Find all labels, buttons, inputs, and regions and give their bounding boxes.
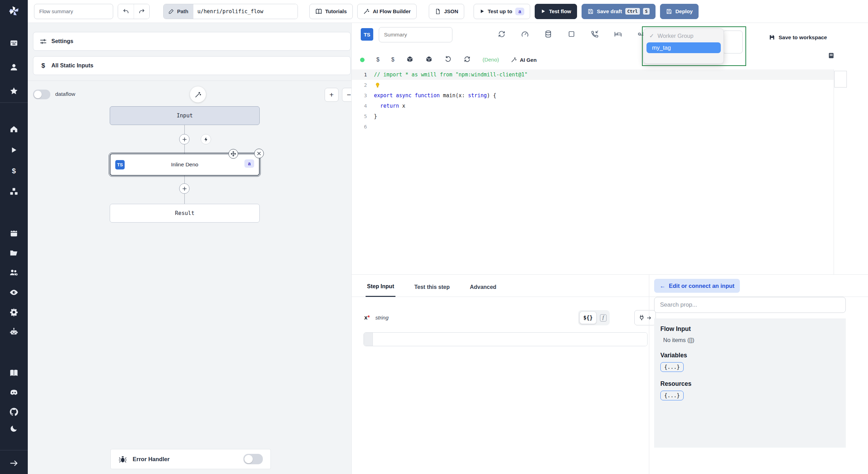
error-handler-toggle[interactable] — [243, 454, 263, 464]
flow-input-empty: No items ([]) — [660, 337, 840, 343]
variables-dollar-icon[interactable]: $ — [0, 165, 28, 177]
ai-graph-wand-button[interactable] — [190, 86, 206, 102]
user-icon[interactable] — [0, 61, 28, 74]
ai-assistant-robot-icon[interactable] — [0, 325, 28, 338]
flow-summary-input[interactable] — [34, 4, 113, 19]
early-stop-square-icon[interactable] — [567, 30, 576, 39]
apps-icon[interactable] — [0, 37, 28, 49]
ai-flow-builder-button[interactable]: AI Flow Builder — [357, 4, 417, 19]
json-button[interactable]: JSON — [429, 4, 464, 19]
resource-cube-icon[interactable] — [406, 55, 414, 64]
suspend-phone-icon[interactable] — [591, 30, 599, 39]
path-label: Path — [177, 8, 189, 14]
star-icon[interactable] — [0, 85, 28, 97]
discord-icon[interactable] — [0, 386, 28, 399]
audit-eye-icon[interactable] — [0, 286, 28, 299]
svg-text:$: $ — [12, 167, 16, 175]
input-mode-toggle-group: ${} f — [578, 310, 610, 325]
reset-icon[interactable] — [444, 55, 452, 64]
template-expression-toggle[interactable]: ${} — [579, 311, 596, 324]
code-editor[interactable]: 1// import * as wmill from "npm:windmill… — [352, 69, 834, 274]
windmill-logo-icon[interactable] — [0, 4, 28, 17]
code-line[interactable]: 2 — [352, 80, 834, 90]
field-value-input[interactable] — [373, 333, 647, 346]
inline-deno-step-node[interactable]: TS Inline Deno a — [110, 153, 260, 176]
play-icon — [479, 9, 485, 14]
script-library-icon[interactable] — [828, 52, 835, 60]
test-up-to-button[interactable]: Test up to a — [474, 4, 530, 19]
dataflow-toggle[interactable] — [33, 90, 50, 99]
expand-sidebar-arrow-icon[interactable] — [0, 457, 28, 469]
code-line[interactable]: 5} — [352, 111, 834, 122]
code-line[interactable]: 6 — [352, 122, 834, 132]
code-line[interactable]: 4 return x — [352, 101, 834, 111]
deploy-button[interactable]: Deploy — [660, 4, 699, 19]
cache-database-icon[interactable] — [544, 30, 552, 39]
ai-gen-button[interactable]: AI Gen — [511, 57, 536, 63]
save-draft-button[interactable]: Save draft Ctrl S — [582, 4, 656, 19]
flow-input-node[interactable]: Input — [110, 106, 260, 125]
variable-picker-icon[interactable]: $ — [376, 57, 379, 63]
worker-group-option-selected[interactable]: my_tag — [646, 42, 721, 53]
zoom-in-button[interactable]: + — [325, 88, 339, 102]
settings-gear-icon[interactable] — [0, 306, 28, 318]
search-prop-input[interactable] — [654, 297, 846, 313]
folders-icon[interactable] — [0, 247, 28, 259]
tutorials-button[interactable]: Tutorials — [309, 4, 353, 19]
retry-icon[interactable] — [498, 30, 506, 39]
undo-button[interactable] — [118, 4, 134, 19]
add-trigger-button[interactable] — [201, 134, 211, 144]
worker-group-label: Worker Group — [658, 33, 693, 39]
plus-icon — [182, 186, 187, 191]
add-step-button[interactable] — [179, 134, 190, 144]
path-value-input[interactable] — [193, 4, 298, 19]
typescript-badge: TS — [115, 160, 125, 169]
function-toggle[interactable]: f — [598, 311, 608, 324]
workers-group-icon[interactable] — [0, 266, 28, 279]
result-node-label: Result — [175, 210, 194, 216]
lightbulb-icon[interactable] — [375, 82, 381, 88]
code-line[interactable]: 3export async function main(x: string) { — [352, 90, 834, 101]
resources-cubes-icon[interactable] — [0, 185, 28, 198]
resource-cube-icon[interactable] — [425, 55, 433, 64]
step-summary-input[interactable] — [379, 27, 452, 42]
sleep-bed-icon[interactable] — [614, 30, 622, 39]
error-handler-bar[interactable]: Error Handler — [110, 449, 271, 469]
runs-play-icon[interactable] — [0, 144, 28, 156]
tab-advanced[interactable]: Advanced — [468, 284, 498, 297]
variables-object-chip[interactable]: {...} — [660, 362, 684, 372]
delete-node-button[interactable] — [254, 149, 264, 158]
tab-step-input[interactable]: Step Input — [366, 283, 395, 297]
all-static-inputs-button[interactable]: $ All Static Inputs — [33, 56, 351, 75]
step-editor: TS Save to workspace $ $ (Deno) — [351, 23, 868, 274]
add-step-button[interactable] — [179, 183, 190, 194]
tag-select-button[interactable] — [723, 31, 743, 53]
edit-or-connect-button[interactable]: ← Edit or connect an input — [654, 279, 740, 293]
save-to-workspace-button[interactable]: Save to workspace — [769, 34, 827, 41]
lsp-status-dot — [360, 58, 365, 62]
tab-test-this-step[interactable]: Test this step — [413, 284, 451, 297]
resources-object-chip[interactable]: {...} — [660, 391, 684, 400]
test-up-to-label: Test up to — [488, 8, 512, 14]
flow-settings-button[interactable]: Settings — [33, 32, 351, 51]
schedules-calendar-icon[interactable] — [0, 227, 28, 240]
redo-button[interactable] — [134, 4, 149, 19]
contextual-variable-icon[interactable]: $ — [391, 57, 394, 63]
reload-icon[interactable] — [464, 55, 471, 64]
move-node-button[interactable] — [228, 149, 238, 159]
github-icon[interactable] — [0, 406, 28, 418]
magic-wand-icon — [194, 91, 202, 98]
path-chip[interactable]: Path — [164, 4, 193, 19]
flow-result-node[interactable]: Result — [110, 204, 260, 223]
test-flow-button[interactable]: Test flow — [535, 4, 577, 19]
left-icon-rail: $ — [0, 0, 28, 474]
dark-mode-moon-icon[interactable] — [0, 422, 28, 435]
docs-book-icon[interactable] — [0, 367, 28, 379]
timeout-gauge-icon[interactable] — [521, 30, 529, 39]
minimap-slider[interactable] — [834, 71, 847, 88]
flow-graph-panel: Settings $ All Static Inputs dataflow + … — [28, 23, 351, 474]
ai-gen-label: AI Gen — [520, 57, 536, 63]
typescript-badge: TS — [361, 28, 373, 41]
home-icon[interactable] — [0, 123, 28, 135]
code-line[interactable]: 1// import * as wmill from "npm:windmill… — [352, 69, 834, 80]
